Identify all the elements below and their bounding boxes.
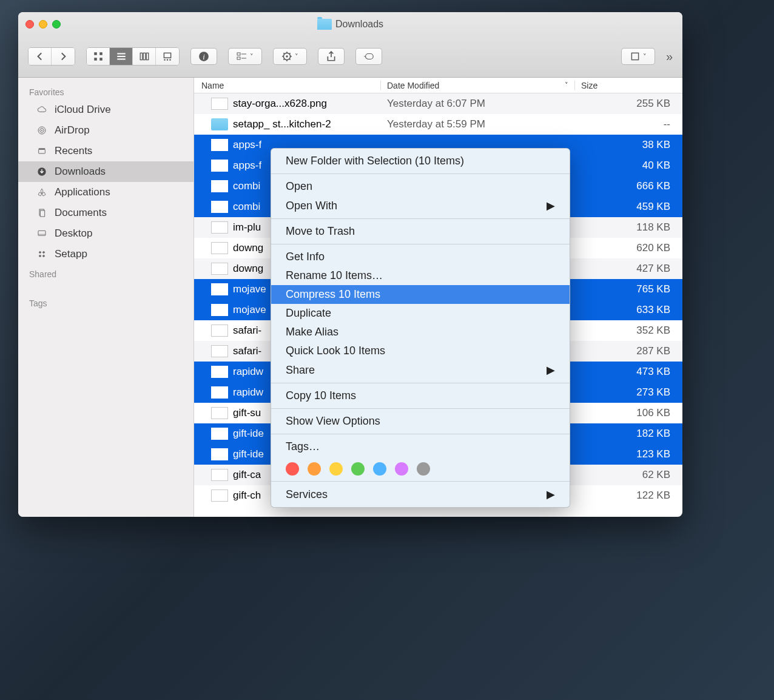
menu-make-alias[interactable]: Make Alias [271,323,570,342]
tag-color-dot[interactable] [286,462,299,476]
overflow-button[interactable]: » [666,50,673,64]
file-name: mojave [233,283,266,295]
file-thumbnail-icon [211,180,228,192]
share-button[interactable] [318,48,345,65]
menu-get-info[interactable]: Get Info [271,247,570,266]
file-row[interactable]: setapp_ st...kitchen-2Yesterday at 5:59 … [194,114,682,135]
dropbox-button[interactable]: ˅ [621,48,655,65]
file-size: 62 KB [575,469,682,481]
svg-rect-28 [39,148,45,149]
svg-rect-31 [40,210,44,217]
file-thumbnail-icon [211,139,228,151]
menu-compress[interactable]: Compress 10 Items [271,285,570,304]
menu-open-with[interactable]: Open With▶ [271,196,570,215]
sidebar-header-shared: Shared [18,264,194,281]
column-view-button[interactable] [133,48,156,65]
tag-color-row [271,456,570,478]
list-view-button[interactable] [110,48,133,65]
svg-rect-12 [167,59,168,61]
zoom-button[interactable] [52,20,61,29]
file-size: 38 KB [575,139,682,151]
file-size: 765 KB [575,283,682,295]
column-size[interactable]: Size [575,81,682,90]
file-size: 459 KB [575,201,682,213]
file-thumbnail-icon [211,345,228,357]
menu-move-to-trash[interactable]: Move to Trash [271,222,570,241]
tags-button[interactable] [355,48,382,65]
menu-open[interactable]: Open [271,177,570,196]
column-date[interactable]: Date Modified˅ [381,81,575,90]
sidebar-item-airdrop[interactable]: AirDrop [18,120,194,141]
menu-rename[interactable]: Rename 10 Items… [271,266,570,285]
menu-duplicate[interactable]: Duplicate [271,304,570,323]
svg-rect-32 [38,231,45,235]
file-size: 620 KB [575,242,682,254]
svg-rect-10 [164,53,170,58]
file-name: apps-f [233,160,261,172]
sidebar-item-recents[interactable]: Recents [18,141,194,161]
airdrop-icon [35,124,49,137]
column-name[interactable]: Name [194,81,381,90]
menu-new-folder-selection[interactable]: New Folder with Selection (10 Items) [271,152,570,170]
sidebar-item-downloads[interactable]: Downloads [18,161,194,182]
file-size: 123 KB [575,448,682,460]
sidebar-item-label: AirDrop [55,124,90,136]
svg-rect-13 [169,59,170,61]
sidebar-item-setapp[interactable]: Setapp [18,244,194,264]
file-thumbnail-icon [211,263,228,275]
forward-button[interactable] [52,48,75,65]
menu-tags[interactable]: Tags… [271,437,570,456]
menu-share[interactable]: Share▶ [271,360,570,380]
recents-icon [35,144,49,158]
file-thumbnail-icon [211,242,228,254]
file-thumbnail-icon [211,98,228,110]
file-row[interactable]: stay-orga...x628.pngYesterday at 6:07 PM… [194,93,682,114]
tag-color-dot[interactable] [329,462,343,476]
back-button[interactable] [29,48,52,65]
tag-color-dot[interactable] [373,462,386,476]
svg-point-26 [41,130,42,131]
file-date: Yesterday at 5:59 PM [381,118,575,130]
icon-view-button[interactable] [87,48,110,65]
desktop-icon [35,227,49,240]
nav-buttons [28,47,75,66]
file-size: 118 KB [575,221,682,234]
tag-color-dot[interactable] [395,462,408,476]
sort-indicator-icon: ˅ [565,81,568,89]
setapp-icon [35,247,49,261]
file-name: gift-ide [233,428,264,440]
info-button[interactable]: i [190,48,217,65]
svg-rect-36 [39,255,42,258]
svg-rect-1 [99,53,103,56]
file-thumbnail-icon [211,448,228,460]
close-button[interactable] [25,20,34,29]
svg-rect-9 [146,53,148,60]
tag-color-dot[interactable] [308,462,321,476]
menu-copy[interactable]: Copy 10 Items [271,386,570,405]
view-buttons [86,47,180,66]
sidebar-item-desktop[interactable]: Desktop [18,223,194,244]
traffic-lights [25,20,61,29]
minimize-button[interactable] [39,20,47,29]
sidebar-item-applications[interactable]: Applications [18,182,194,203]
file-name: downg [233,242,263,254]
sidebar-item-documents[interactable]: Documents [18,203,194,223]
documents-icon [35,206,49,220]
menu-show-view-options[interactable]: Show View Options [271,412,570,431]
file-name: gift-su [233,407,261,419]
file-thumbnail-icon [211,366,228,378]
menu-services[interactable]: Services▶ [271,485,570,504]
tag-color-dot[interactable] [351,462,365,476]
group-button[interactable]: ˅ [228,48,262,65]
action-button[interactable]: ˅ [273,48,307,65]
menu-quick-look[interactable]: Quick Look 10 Items [271,342,570,360]
sidebar-header-tags: Tags [18,294,194,311]
svg-rect-11 [164,59,165,61]
context-menu: New Folder with Selection (10 Items) Ope… [271,148,570,508]
sidebar-item-label: iCloud Drive [55,104,111,116]
svg-text:i: i [203,53,205,61]
gallery-view-button[interactable] [156,48,179,65]
svg-rect-0 [94,53,97,56]
tag-color-dot[interactable] [417,462,430,476]
sidebar-item-icloud-drive[interactable]: iCloud Drive [18,99,194,120]
